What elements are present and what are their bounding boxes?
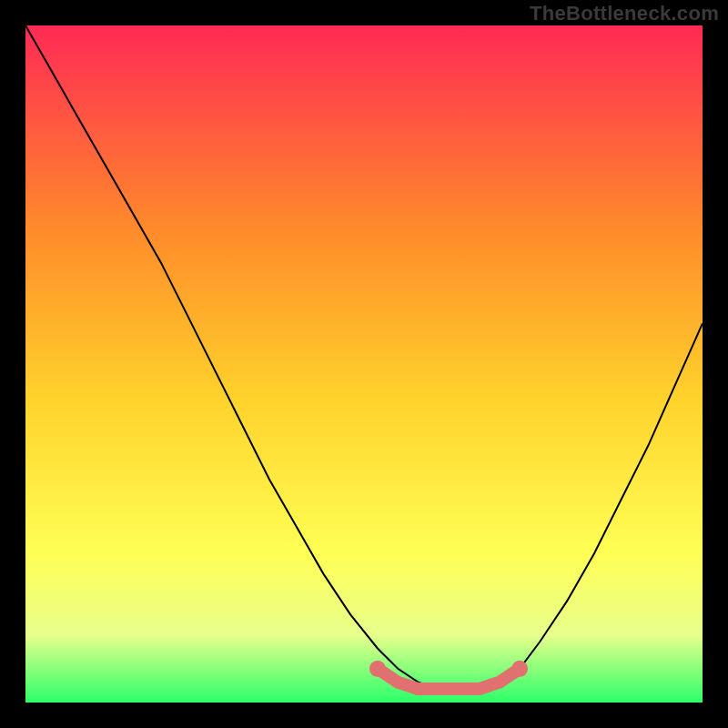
chart-svg (25, 25, 703, 703)
watermark-label: TheBottleneck.com (530, 2, 719, 25)
bottleneck-chart (25, 25, 703, 703)
trough-endpoint (369, 661, 386, 677)
chart-frame: TheBottleneck.com (0, 0, 728, 728)
trough-endpoint (511, 661, 528, 677)
gradient-background (25, 25, 703, 703)
